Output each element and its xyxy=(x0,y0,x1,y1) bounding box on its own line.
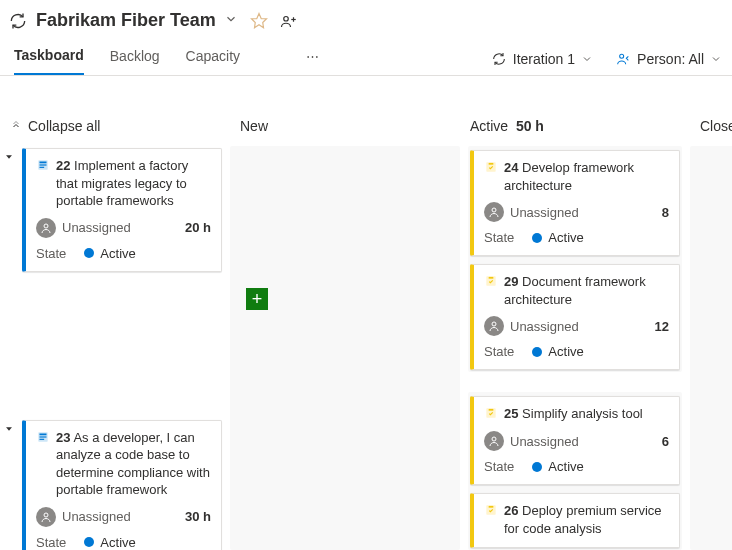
task-effort: 8 xyxy=(662,205,669,220)
person-label: Person: All xyxy=(637,51,704,67)
task-card[interactable]: 26 Deploy premium service for code analy… xyxy=(470,493,680,548)
svg-point-16 xyxy=(492,322,496,326)
tab-taskboard[interactable]: Taskboard xyxy=(14,47,84,75)
team-members-icon[interactable] xyxy=(280,12,298,30)
svg-marker-0 xyxy=(251,13,266,27)
swimlane-collapse-caret[interactable] xyxy=(4,422,14,437)
assignee[interactable]: Unassigned xyxy=(484,202,579,222)
svg-rect-11 xyxy=(40,438,45,439)
svg-point-1 xyxy=(283,16,288,21)
user-story-icon xyxy=(36,430,50,447)
state-label: State xyxy=(36,535,66,550)
svg-point-7 xyxy=(44,224,48,228)
chevron-down-icon xyxy=(710,53,722,65)
svg-point-14 xyxy=(492,208,496,212)
sprint-icon xyxy=(491,51,507,67)
collapse-all[interactable]: Collapse all xyxy=(0,108,230,146)
closed-cell[interactable] xyxy=(698,146,732,320)
unassigned-avatar-icon xyxy=(484,431,504,451)
task-card[interactable]: 24 Develop framework architecture Unassi… xyxy=(470,150,680,256)
svg-point-2 xyxy=(620,54,624,58)
column-header-closed: Closed xyxy=(690,108,732,146)
task-icon xyxy=(484,406,498,423)
task-icon xyxy=(484,274,498,291)
favorite-star-icon[interactable] xyxy=(250,12,268,30)
svg-rect-9 xyxy=(40,433,47,435)
unassigned-avatar-icon xyxy=(36,507,56,527)
user-story-icon xyxy=(36,158,50,175)
swimlane-collapse-caret[interactable] xyxy=(4,150,14,165)
task-effort: 6 xyxy=(662,434,669,449)
story-effort: 30 h xyxy=(185,509,211,524)
svg-rect-6 xyxy=(40,167,45,168)
iteration-label: Iteration 1 xyxy=(513,51,575,67)
sprint-icon xyxy=(8,11,28,31)
tab-capacity[interactable]: Capacity xyxy=(186,48,240,74)
column-header-active: Active 50 h xyxy=(460,108,690,146)
team-title[interactable]: Fabrikam Fiber Team xyxy=(36,10,216,31)
story-card[interactable]: 22 Implement a factory that migrates leg… xyxy=(22,148,222,272)
unassigned-avatar-icon xyxy=(484,316,504,336)
add-task-button[interactable]: + xyxy=(246,288,268,310)
column-header-new: New xyxy=(230,108,460,146)
unassigned-avatar-icon xyxy=(36,218,56,238)
task-icon xyxy=(484,503,498,520)
assignee[interactable]: Unassigned xyxy=(36,218,131,238)
assignee[interactable]: Unassigned xyxy=(36,507,131,527)
task-card[interactable]: 29 Document framework architecture Unass… xyxy=(470,264,680,370)
chevron-down-icon xyxy=(581,53,593,65)
task-effort: 12 xyxy=(655,319,669,334)
unassigned-avatar-icon xyxy=(484,202,504,222)
closed-cell[interactable] xyxy=(698,360,732,510)
tab-overflow[interactable]: ⋯ xyxy=(306,49,321,74)
tab-backlog[interactable]: Backlog xyxy=(110,48,160,74)
task-icon xyxy=(484,160,498,177)
new-cell[interactable]: + xyxy=(238,146,452,308)
team-dropdown[interactable] xyxy=(224,12,238,29)
story-card[interactable]: 23 As a developer, I can analyze a code … xyxy=(22,420,222,550)
state-value: Active xyxy=(84,246,135,261)
active-hours: 50 h xyxy=(516,118,544,134)
state-label: State xyxy=(36,246,66,261)
svg-point-12 xyxy=(44,513,48,517)
person-dropdown[interactable]: Person: All xyxy=(615,51,722,67)
assignee[interactable]: Unassigned xyxy=(484,316,579,336)
person-icon xyxy=(615,51,631,67)
svg-point-18 xyxy=(492,437,496,441)
iteration-dropdown[interactable]: Iteration 1 xyxy=(491,51,593,67)
new-cell[interactable] xyxy=(238,348,452,510)
svg-rect-4 xyxy=(40,162,47,164)
state-value: Active xyxy=(84,535,135,550)
story-effort: 20 h xyxy=(185,220,211,235)
task-card[interactable]: 25 Simplify analysis tool Unassigned 6 S… xyxy=(470,396,680,485)
assignee[interactable]: Unassigned xyxy=(484,431,579,451)
svg-rect-10 xyxy=(40,436,47,437)
collapse-icon xyxy=(10,120,22,132)
svg-rect-5 xyxy=(40,164,47,165)
